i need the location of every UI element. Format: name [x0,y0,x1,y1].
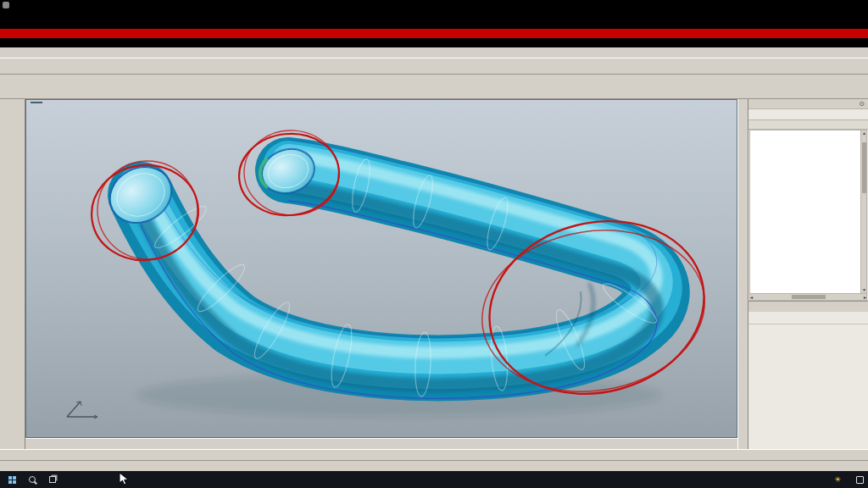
menu-bar [0,9,868,19]
search-button[interactable] [22,471,42,488]
viewport-canvas[interactable] [26,100,737,437]
hscrollbar-thumb[interactable] [792,295,826,299]
command-result-line [0,29,868,38]
panel-gear-icon[interactable]: ⊙ [859,100,865,108]
osnap-bar [0,449,868,460]
start-button[interactable] [2,471,22,488]
command-history-line [0,19,868,29]
layers-panel-header: ⊙ [748,99,868,109]
task-view-button[interactable] [42,471,63,488]
properties-tab-bar [748,301,868,312]
rhino-application-window: ⊙ ▲ ▼ ◂ ▸ [0,0,868,488]
weather-widget[interactable]: ☀ [834,475,846,484]
toolbar-tab-row [0,47,868,58]
mouse-cursor [119,472,129,485]
right-dock-toolbar [737,99,748,449]
scrollbar-thumb[interactable] [862,142,866,193]
command-history [0,19,868,47]
viewport-tab-bar [25,438,737,449]
windows-taskbar: ☀ [0,471,868,488]
system-tray: ☀ [829,475,866,484]
layer-list-hscrollbar[interactable]: ◂ ▸ [749,294,867,301]
sun-icon: ☀ [834,475,841,484]
status-bar [0,460,868,471]
layer-column-header[interactable] [748,120,868,130]
scroll-up-arrow-icon[interactable]: ▲ [861,130,867,136]
right-panel: ⊙ ▲ ▼ ◂ ▸ [748,99,868,449]
title-bar [0,0,868,9]
rhino-app-icon [3,2,9,8]
layer-list: ▲ ▼ [749,130,867,294]
action-center-icon[interactable] [856,476,864,484]
layers-toolbar [748,109,868,120]
scroll-left-arrow-icon[interactable]: ◂ [750,294,753,300]
windows-logo-icon [8,476,16,484]
plugin-tab-row [0,75,868,85]
properties-icon-row [748,312,868,324]
perspective-viewport[interactable] [25,99,737,438]
command-input[interactable] [3,38,868,47]
viewport-title-label[interactable] [31,102,42,103]
search-icon [29,476,36,483]
layer-list-scrollbar[interactable]: ▲ ▼ [860,130,866,293]
task-view-icon [49,476,56,483]
camera-section-header [748,327,868,330]
plugin-toolbar [0,85,868,99]
scroll-down-arrow-icon[interactable]: ▼ [861,287,867,293]
scroll-right-arrow-icon[interactable]: ▸ [864,294,866,300]
left-tool-sidebar [0,99,25,449]
main-toolbar [0,58,868,75]
